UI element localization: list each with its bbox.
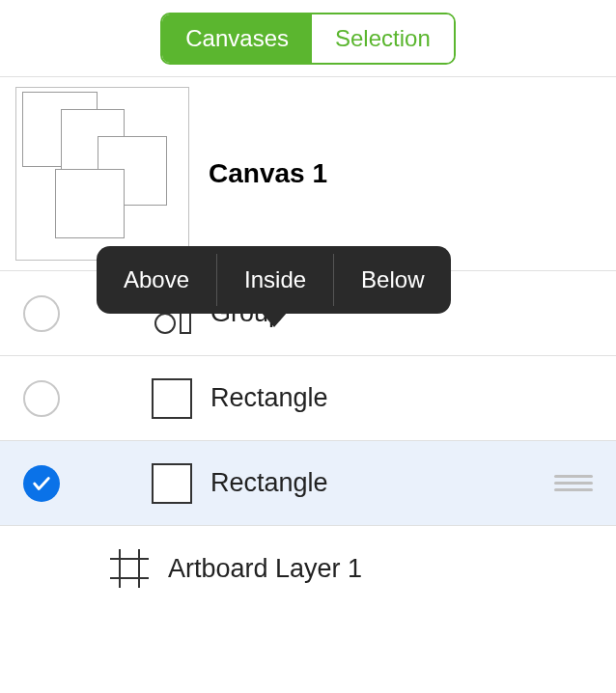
artboard-row[interactable]: Artboard Layer 1 — [0, 526, 616, 611]
segmented-control: Canvases Selection — [160, 13, 455, 65]
checkmark-icon — [31, 473, 52, 494]
rectangle-icon — [149, 375, 195, 422]
svg-point-1 — [155, 314, 175, 333]
popover-inside[interactable]: Inside — [217, 246, 333, 314]
popover-below[interactable]: Below — [334, 246, 451, 314]
rectangle-icon — [149, 460, 195, 507]
placement-popover: Above Inside Below — [97, 246, 451, 314]
rectangle-row-1[interactable]: Rectangle — [0, 356, 616, 441]
header-tabs: Canvases Selection — [0, 0, 616, 77]
canvas-title: Canvas 1 — [209, 158, 327, 189]
rectangle-row-2[interactable]: Rectangle — [0, 441, 616, 526]
rectangle-label: Rectangle — [210, 468, 539, 498]
rectangle-label: Rectangle — [210, 383, 593, 413]
canvas-thumbnail — [15, 87, 189, 261]
tab-selection[interactable]: Selection — [312, 14, 454, 63]
artboard-icon — [106, 545, 153, 592]
select-checkbox-checked[interactable] — [23, 465, 60, 502]
drag-handle-icon[interactable] — [554, 475, 593, 491]
popover-arrow-icon — [261, 312, 288, 327]
layer-list: Group Rectangle Rectangle — [0, 271, 616, 611]
artboard-label: Artboard Layer 1 — [168, 554, 593, 584]
select-checkbox[interactable] — [23, 295, 60, 332]
select-checkbox[interactable] — [23, 380, 60, 417]
canvas-preview[interactable]: Canvas 1 — [0, 77, 616, 271]
tab-canvases[interactable]: Canvases — [162, 14, 312, 63]
popover-above[interactable]: Above — [97, 246, 216, 314]
